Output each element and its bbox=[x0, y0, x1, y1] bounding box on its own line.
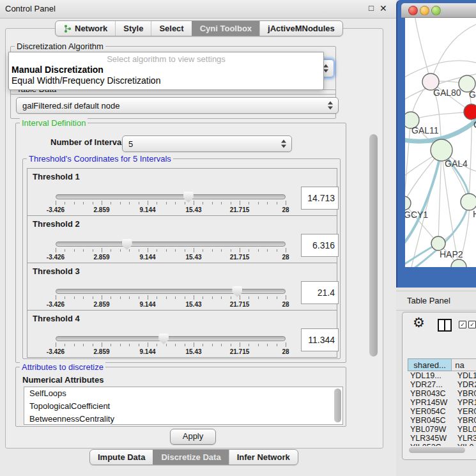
table-panel-titlebar: Table Panel bbox=[396, 291, 476, 311]
tab-infer-network[interactable]: Infer Network bbox=[229, 450, 298, 464]
network-node[interactable] bbox=[405, 196, 411, 210]
slider-tick bbox=[203, 202, 203, 204]
split-columns-icon[interactable] bbox=[438, 319, 452, 332]
close-window-icon[interactable]: ✕ bbox=[380, 3, 387, 13]
threshold-3-slider[interactable]: -3.4262.8599.14415.4321.71528 bbox=[56, 286, 286, 308]
apply-button[interactable]: Apply bbox=[170, 429, 216, 445]
zoom-traffic-light-icon[interactable] bbox=[431, 6, 441, 15]
table-cell-name: YER0 bbox=[455, 407, 476, 416]
table-horizontal-scrollbar[interactable] bbox=[409, 447, 465, 453]
threshold-2-slider[interactable]: -3.4262.8599.14415.4321.71528 bbox=[56, 239, 286, 261]
tab-cyni-toolbox[interactable]: Cyni Toolbox bbox=[192, 21, 259, 36]
network-node[interactable] bbox=[431, 236, 445, 250]
slider-tick-label: 9.144 bbox=[139, 254, 155, 261]
slider-tick bbox=[166, 249, 167, 252]
table-row[interactable]: YBL079WYBL0 bbox=[408, 425, 476, 434]
table-cell-name: YDR2 bbox=[455, 380, 476, 389]
network-node[interactable] bbox=[451, 259, 466, 267]
table-row[interactable]: YDL19...YDL1 bbox=[408, 371, 476, 380]
slider-tick bbox=[185, 296, 185, 299]
minimize-traffic-light-icon[interactable] bbox=[420, 6, 429, 15]
threshold-row-4: Threshold 4 -3.4262.8599.14415.4321.7152… bbox=[27, 310, 337, 358]
table-cell-name: YPR1 bbox=[455, 398, 476, 407]
network-node[interactable] bbox=[431, 139, 452, 161]
checkbox-icon[interactable]: ✓ bbox=[468, 321, 476, 328]
slider-tick bbox=[93, 296, 93, 299]
attribute-list-item[interactable]: TopologicalCoefficient bbox=[24, 400, 342, 413]
attributes-scrollbar[interactable] bbox=[334, 388, 341, 422]
tab-discretize-data[interactable]: Discretize Data bbox=[153, 450, 228, 464]
tab-style[interactable]: Style bbox=[115, 21, 151, 36]
slider-tick bbox=[240, 342, 240, 347]
control-panel-tabs: Network Style Select Cyni Toolbox jActiv… bbox=[55, 20, 343, 36]
slider-tick-label: 28 bbox=[282, 206, 289, 213]
table-data-combo[interactable]: galFiltered.sif default node bbox=[16, 97, 339, 114]
network-node-label: HAP2 bbox=[440, 249, 463, 259]
algorithm-option-manual[interactable]: Manual Discretization bbox=[12, 65, 104, 75]
algorithm-placeholder-option[interactable]: Select algorithm to view settings bbox=[9, 54, 323, 64]
threshold-row-2: Threshold 2 -3.4262.8599.14415.4321.7152… bbox=[27, 215, 337, 263]
column-header-shared-name[interactable]: shared... bbox=[408, 358, 451, 371]
slider-track[interactable] bbox=[56, 194, 286, 199]
close-traffic-light-icon[interactable] bbox=[408, 6, 418, 15]
numerical-attributes-list[interactable]: SelfLoopsTopologicalCoefficientBetweenne… bbox=[24, 387, 343, 425]
network-node[interactable] bbox=[464, 104, 476, 119]
slider-tick-label: 2.859 bbox=[93, 301, 109, 308]
tab-jactivemnodules[interactable]: jActiveMNodules bbox=[259, 21, 342, 36]
threshold-4-value-field[interactable]: 11.344 bbox=[301, 328, 339, 351]
table-row[interactable]: YBR045CYBR0 bbox=[408, 416, 476, 425]
tab-impute-data[interactable]: Impute Data bbox=[90, 450, 153, 464]
slider-tick bbox=[166, 202, 167, 204]
slider-tick-label: 21.715 bbox=[230, 254, 250, 261]
table-row[interactable]: YER054CYER0 bbox=[408, 407, 476, 416]
table-cell-shared-name: YIL052C bbox=[408, 443, 455, 446]
slider-tick bbox=[231, 249, 231, 252]
tab-select[interactable]: Select bbox=[151, 21, 191, 36]
table-cell-name: YBL0 bbox=[455, 425, 476, 434]
attribute-list-item[interactable]: BetweennessCentrality bbox=[24, 413, 342, 425]
slider-tick bbox=[203, 344, 203, 346]
table-row[interactable]: YIL052CYIL0 bbox=[408, 443, 476, 446]
tab-network[interactable]: Network bbox=[56, 21, 115, 36]
panel-scrollbar[interactable] bbox=[369, 134, 378, 357]
slider-tick bbox=[203, 249, 203, 252]
slider-tick bbox=[111, 249, 111, 252]
threshold-2-value-field[interactable]: 6.316 bbox=[301, 234, 339, 257]
slider-ticks bbox=[56, 342, 286, 348]
threshold-1-value-field[interactable]: 14.713 bbox=[301, 187, 339, 210]
column-header-name[interactable]: na bbox=[451, 358, 476, 371]
number-of-intervals-label: Number of Intervals bbox=[50, 137, 128, 147]
slider-tick bbox=[74, 249, 75, 252]
number-of-intervals-spinner[interactable]: 5 bbox=[122, 135, 292, 152]
slider-tick bbox=[249, 249, 249, 252]
slider-tick bbox=[175, 202, 176, 204]
slider-track[interactable] bbox=[56, 242, 286, 247]
algorithm-option-equal-width[interactable]: Equal Width/Frequency Discretization bbox=[12, 75, 160, 86]
network-node[interactable] bbox=[461, 194, 476, 210]
gear-icon[interactable]: ⚙ bbox=[413, 315, 425, 330]
slider-tick bbox=[148, 201, 148, 205]
slider-tick bbox=[102, 248, 102, 252]
slider-track[interactable] bbox=[56, 289, 286, 294]
float-window-icon[interactable]: □ bbox=[369, 3, 374, 13]
threshold-4-slider[interactable]: -3.4262.8599.14415.4321.71528 bbox=[56, 334, 286, 355]
threshold-3-value-field[interactable]: 21.4 bbox=[301, 281, 339, 304]
slider-tick bbox=[93, 249, 93, 252]
slider-tick bbox=[129, 202, 130, 204]
table-row[interactable]: YBR043CYBR0 bbox=[408, 389, 476, 398]
table-row[interactable]: YLR345WYLR3 bbox=[408, 434, 476, 443]
slider-tick bbox=[194, 295, 194, 300]
slider-track[interactable] bbox=[56, 336, 286, 341]
slider-ticks bbox=[56, 201, 286, 206]
threshold-1-slider[interactable]: -3.4262.8599.14415.4321.71528 bbox=[56, 192, 286, 213]
attribute-list-item[interactable]: SelfLoops bbox=[24, 387, 342, 400]
slider-tick bbox=[194, 342, 194, 347]
slider-tick bbox=[258, 249, 259, 252]
slider-tick bbox=[139, 202, 139, 204]
network-canvas[interactable]: GAL80GACGAL11GAL4GCY1HHAP2 bbox=[405, 18, 476, 267]
slider-tick bbox=[267, 249, 268, 252]
discretization-algorithm-group-title: Discretization Algorithm bbox=[15, 42, 105, 51]
table-row[interactable]: YDR27...YDR2 bbox=[408, 380, 476, 389]
table-row[interactable]: YPR145WYPR1 bbox=[408, 398, 476, 407]
checkbox-icon[interactable]: ✓ bbox=[459, 321, 466, 328]
